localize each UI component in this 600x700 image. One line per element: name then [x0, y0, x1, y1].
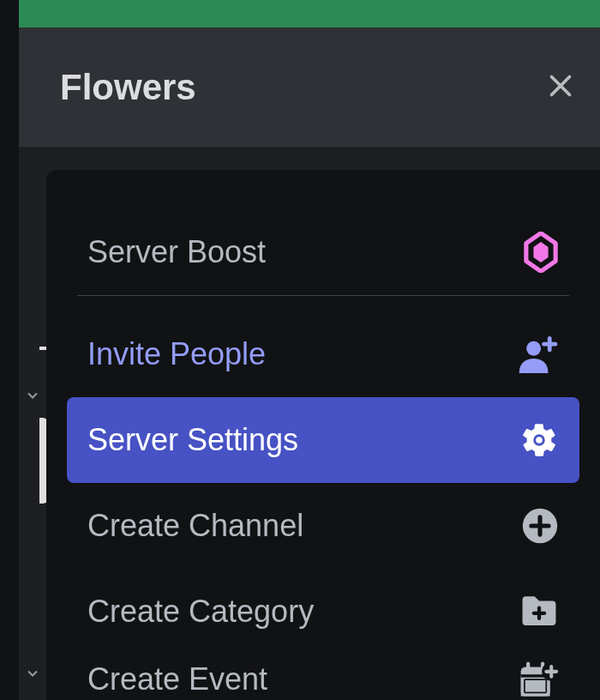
folder-plus-icon	[519, 594, 559, 629]
svg-point-2	[526, 341, 541, 356]
menu-item-create-channel[interactable]: Create Channel	[67, 483, 579, 569]
menu-item-server-boost[interactable]: Server Boost	[67, 209, 579, 295]
app-left-rail	[0, 0, 19, 700]
menu-item-create-category[interactable]: Create Category	[67, 569, 579, 655]
server-name: Flowers	[60, 67, 196, 108]
svg-rect-10	[525, 680, 546, 692]
menu-label: Create Event	[87, 661, 267, 697]
menu-label: Server Settings	[87, 422, 298, 458]
plus-circle-icon	[521, 507, 559, 545]
chevron-down-icon[interactable]	[24, 387, 41, 407]
gear-icon	[519, 420, 559, 460]
boost-gem-icon	[523, 232, 559, 273]
menu-label: Server Boost	[87, 234, 266, 270]
chevron-down-icon[interactable]	[24, 665, 41, 685]
menu-label: Invite People	[87, 336, 266, 372]
menu-item-server-settings[interactable]: Server Settings	[67, 397, 579, 483]
server-menu: Server Boost Invite People Server Settin…	[46, 170, 600, 700]
menu-label: Create Category	[87, 594, 314, 630]
menu-item-create-event[interactable]: Create Event	[67, 655, 579, 700]
server-header[interactable]: Flowers	[19, 27, 600, 148]
menu-label: Create Channel	[87, 508, 303, 544]
user-plus-icon	[514, 335, 559, 373]
calendar-plus-icon	[518, 661, 559, 699]
close-icon[interactable]	[545, 70, 576, 105]
menu-item-invite-people[interactable]: Invite People	[67, 311, 579, 397]
server-banner	[19, 0, 600, 27]
